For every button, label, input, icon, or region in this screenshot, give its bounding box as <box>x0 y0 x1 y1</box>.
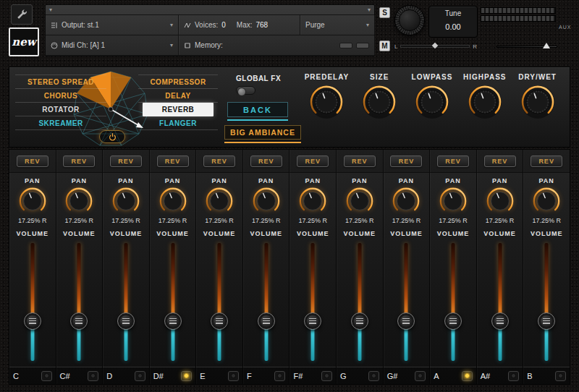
fx-item-rotator[interactable]: ROTATOR <box>15 103 106 116</box>
note-label: A <box>434 372 439 380</box>
channel-led[interactable] <box>368 371 379 381</box>
fader-handle[interactable] <box>397 312 415 330</box>
pan-knob[interactable] <box>251 184 282 216</box>
reverb-send-button[interactable]: REV <box>203 155 235 167</box>
fader-handle[interactable] <box>444 312 462 330</box>
pan-value: 17.25% R <box>111 217 140 224</box>
mute-button[interactable]: M <box>379 41 390 51</box>
fader-handle[interactable] <box>258 312 275 330</box>
channel-led[interactable] <box>321 371 332 381</box>
fader-handle[interactable] <box>538 312 555 330</box>
solo-button[interactable]: S <box>379 7 390 18</box>
pan-knob[interactable] <box>345 184 375 216</box>
pan-track[interactable] <box>400 45 470 48</box>
tools-button[interactable] <box>11 4 33 25</box>
fader-handle[interactable] <box>117 312 135 330</box>
fx-knob-size[interactable]: SIZE <box>353 73 406 121</box>
fader-handle[interactable] <box>211 312 228 330</box>
volume-fader[interactable] <box>150 240 196 367</box>
volume-fader[interactable] <box>290 240 336 367</box>
output-volume-slider[interactable] <box>496 42 557 51</box>
pan-knob[interactable] <box>485 184 515 216</box>
reverb-send-button[interactable]: REV <box>63 155 95 167</box>
volume-fader[interactable] <box>243 240 290 367</box>
preset-button[interactable]: BIG AMBIANCE <box>224 125 301 140</box>
volume-fader[interactable] <box>523 240 570 367</box>
pan-left-label: L <box>394 43 397 50</box>
fx-item-compressor[interactable]: COMPRESSOR <box>138 74 218 89</box>
instrument-volume-knob[interactable] <box>394 5 425 35</box>
fx-knob-highpass[interactable]: HIGHPASS <box>458 73 511 121</box>
reverb-send-button[interactable]: REV <box>157 155 189 167</box>
pan-knob[interactable] <box>438 184 468 216</box>
back-button[interactable]: BACK <box>227 102 288 117</box>
pan-knob[interactable] <box>531 184 562 216</box>
channel-led[interactable] <box>228 371 239 381</box>
pan-knob[interactable] <box>158 184 188 216</box>
midi-channel-select[interactable]: Midi Ch: [A] 1 ▾ <box>46 35 179 55</box>
pan-knob[interactable] <box>17 184 48 216</box>
channel-led[interactable] <box>462 371 473 381</box>
fader-handle[interactable] <box>304 312 321 330</box>
pan-knob[interactable] <box>297 184 328 216</box>
fader-handle[interactable] <box>351 312 368 330</box>
knob-graphic <box>391 186 421 216</box>
volume-fader[interactable] <box>477 240 523 367</box>
tune-display[interactable]: Tune 0.00 <box>428 6 478 38</box>
volume-fader[interactable] <box>103 240 149 367</box>
channel-led[interactable] <box>274 371 285 381</box>
fader-handle[interactable] <box>24 312 41 330</box>
output-select[interactable]: Output: st.1 ▾ <box>46 15 179 35</box>
channel-led[interactable] <box>415 371 426 381</box>
volume-fader[interactable] <box>337 240 383 367</box>
reverb-send-button[interactable]: REV <box>437 155 469 167</box>
channel-led[interactable] <box>508 371 519 381</box>
reverb-send-button[interactable]: REV <box>297 155 329 167</box>
fx-item-reverb[interactable]: REVERB <box>143 103 214 116</box>
volume-fader[interactable] <box>384 240 430 367</box>
volume-fader[interactable] <box>56 240 103 367</box>
chevron-down-icon[interactable]: ▾ <box>368 7 371 13</box>
reverb-send-button[interactable]: REV <box>531 155 562 167</box>
fx-item-flanger[interactable]: FLANGER <box>138 116 218 130</box>
fx-knob-predelay[interactable]: PREDELAY <box>300 73 353 121</box>
fader-handle[interactable] <box>164 312 182 330</box>
fx-item-skreamer[interactable]: SKREAMER <box>15 116 106 130</box>
fader-handle[interactable] <box>491 312 509 330</box>
channel-led[interactable] <box>181 371 192 381</box>
channel-led[interactable] <box>88 371 98 381</box>
reverb-send-button[interactable]: REV <box>110 155 142 167</box>
channel-led[interactable] <box>41 371 52 381</box>
pan-knob[interactable] <box>204 184 234 216</box>
fader-track-upper <box>264 243 268 321</box>
pan-value: 17.25% R <box>298 217 327 224</box>
pan-knob[interactable] <box>64 184 94 216</box>
fx-knob-lowpass[interactable]: LOWPASS <box>406 73 459 121</box>
pan-control[interactable]: L R <box>394 41 477 51</box>
volume-fader[interactable] <box>9 240 56 367</box>
volume-fader[interactable] <box>196 240 242 367</box>
pan-knob[interactable] <box>391 184 421 216</box>
pan-knob[interactable] <box>111 184 141 216</box>
fx-power-button[interactable] <box>99 130 125 143</box>
chevron-down-icon[interactable]: ▾ <box>49 7 52 13</box>
reverb-send-button[interactable]: REV <box>484 155 516 167</box>
purge-menu[interactable]: Purge ▾ <box>300 15 374 35</box>
reverb-send-button[interactable]: REV <box>250 155 282 167</box>
reverb-send-button[interactable]: REV <box>344 155 376 167</box>
fader-handle[interactable] <box>70 312 88 330</box>
led-dot <box>231 373 236 378</box>
channel-led[interactable] <box>555 371 566 381</box>
volume-fader[interactable] <box>430 240 476 367</box>
fx-knob-dry-wet[interactable]: DRY/WET <box>511 73 564 121</box>
slider-marker-icon[interactable] <box>543 43 550 48</box>
memory-bar <box>356 43 369 48</box>
pan-label: PAN <box>211 177 227 184</box>
fx-item-stereo-spread[interactable]: STEREO SPREAD <box>15 74 106 89</box>
global-fx-toggle[interactable] <box>236 86 255 95</box>
reverb-send-button[interactable]: REV <box>390 155 422 167</box>
fx-item-delay[interactable]: DELAY <box>138 89 218 103</box>
reverb-send-button[interactable]: REV <box>17 155 48 167</box>
channel-led[interactable] <box>135 371 145 381</box>
fx-item-chorus[interactable]: CHORUS <box>15 89 106 103</box>
